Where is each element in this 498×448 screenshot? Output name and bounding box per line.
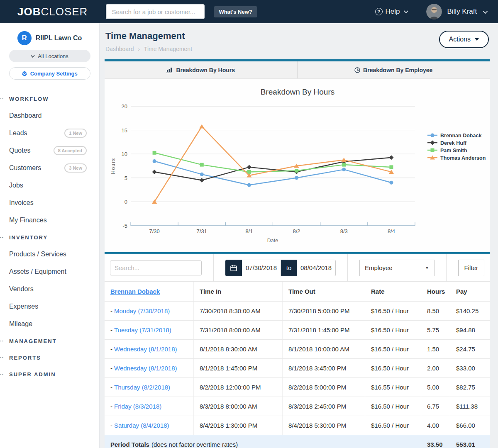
day-link[interactable]: Wednesday (8/1/2018)	[114, 346, 177, 353]
cell-pay: $33.00	[450, 359, 490, 377]
cell-rate: $16.50 / Hour	[365, 359, 421, 377]
filter-row: to Employee ▼ Filter	[105, 254, 490, 282]
sidebar-section-management[interactable]: ---MANAGEMENT	[0, 333, 99, 349]
column-header-hours: Hours	[421, 282, 450, 301]
sidebar-section-reports[interactable]: ---REPORTS	[0, 349, 99, 366]
sidebar-item-my-finances[interactable]: My Finances	[0, 212, 99, 229]
y-axis-label: Hours	[110, 158, 116, 174]
cell-day: -Tuesday (7/31/2018)	[105, 321, 194, 339]
cell-time-out: 7/31/2018 1:45:00 PM	[283, 321, 365, 339]
divider	[213, 254, 214, 282]
company-avatar: R	[17, 31, 32, 45]
table-search-input[interactable]	[110, 261, 202, 275]
sidebar-item-quotes[interactable]: Quotes8 Accepted	[0, 142, 99, 159]
sidebar-item-products-services[interactable]: Products / Services	[0, 246, 99, 263]
day-link[interactable]: Tuesday (7/31/2018)	[114, 326, 171, 334]
sidebar-item-label: Products / Services	[9, 251, 66, 258]
breadcrumb: Dashboard › Time Management	[105, 46, 489, 52]
cell-hours: 8.50	[421, 302, 450, 320]
company-settings-label: Company Settings	[30, 71, 78, 77]
chart-svg: Breakdown By Hours20151050-57/307/318/18…	[105, 79, 490, 252]
x-axis-label: Date	[267, 238, 278, 243]
sidebar-section-super-admin[interactable]: ---SUPER ADMIN	[0, 366, 99, 382]
sidebar-item-badge: 1 New	[64, 129, 87, 138]
cell-hours: 5.00	[421, 378, 450, 397]
user-avatar[interactable]	[426, 4, 442, 19]
employee-link[interactable]: Brennan Doback	[110, 288, 160, 295]
cell-time-in: 8/1/2018 8:30:00 AM	[194, 340, 283, 358]
sidebar-item-mileage[interactable]: Mileage	[0, 315, 99, 333]
legend-item-brennan-doback[interactable]: Brennan Doback	[427, 133, 481, 139]
date-from-input[interactable]	[242, 260, 281, 276]
sidebar-item-invoices[interactable]: Invoices	[0, 194, 99, 212]
logo-light: CLOSER	[41, 5, 88, 18]
cell-time-in: 8/3/2018 8:00:00 AM	[194, 397, 283, 416]
table-row: -Wednesday (8/1/2018)8/1/2018 1:45:00 PM…	[105, 359, 490, 378]
day-dash: -	[110, 307, 112, 314]
sidebar-item-badge: 3 New	[64, 163, 87, 173]
sidebar-item-jobs[interactable]: Jobs	[0, 177, 99, 194]
cell-time-out: 8/4/2018 5:30:00 PM	[283, 416, 365, 435]
sidebar-item-assets-equipment[interactable]: Assets / Equipment	[0, 263, 99, 280]
cell-rate: $16.50 / Hour	[365, 321, 421, 339]
legend-item-pam-smith[interactable]: Pam Smith	[427, 148, 467, 153]
cell-time-in: 7/31/2018 8:00:00 AM	[194, 321, 283, 339]
sidebar-section-inventory[interactable]: ---INVENTORY	[0, 229, 99, 246]
tab-breakdown-by-employee[interactable]: Breakdown By Employee	[297, 61, 490, 78]
day-link[interactable]: Wednesday (8/1/2018)	[114, 365, 177, 372]
locations-label: All Locations	[38, 53, 68, 59]
day-link[interactable]: Thursday (8/2/2018)	[114, 384, 170, 391]
table-row: -Friday (8/3/2018)8/3/2018 8:00:00 AM8/3…	[105, 397, 490, 416]
date-to-input[interactable]	[297, 260, 336, 276]
logo-bold: JOB	[17, 5, 41, 18]
actions-button[interactable]: Actions	[439, 31, 489, 48]
svg-text:7/31: 7/31	[197, 228, 207, 234]
tab-label: Breakdown By Hours	[176, 67, 235, 73]
cell-time-out: 8/1/2018 3:45:00 PM	[283, 359, 365, 377]
day-link[interactable]: Friday (8/3/2018)	[114, 403, 161, 410]
legend-item-derek-huff[interactable]: Derek Huff	[427, 140, 467, 146]
calendar-button[interactable]	[225, 260, 242, 276]
cell-time-in: 8/4/2018 1:30:00 PM	[194, 416, 283, 435]
day-link[interactable]: Monday (7/30/2018)	[114, 307, 170, 314]
whats-new-button[interactable]: What's New?	[214, 6, 257, 17]
section-dash-icon: ---	[0, 355, 4, 360]
sidebar-item-expenses[interactable]: Expenses	[0, 298, 99, 315]
cell-pay: $24.75	[450, 340, 490, 358]
table-row: -Thursday (8/2/2018)8/2/2018 12:00:00 PM…	[105, 378, 490, 397]
section-dash-icon: ---	[0, 338, 4, 344]
sidebar-item-label: Quotes	[9, 147, 31, 154]
sidebar-item-label: Mileage	[9, 320, 32, 328]
group-by-value: Employee	[365, 264, 393, 271]
svg-text:8/3: 8/3	[340, 228, 348, 234]
period-totals-hours: 33.50	[421, 435, 450, 448]
company-settings-button[interactable]: ⚙ Company Settings	[9, 67, 90, 80]
tab-breakdown-by-hours[interactable]: Breakdown By Hours	[105, 61, 297, 78]
sidebar-item-label: Dashboard	[9, 112, 42, 119]
svg-text:8/1: 8/1	[245, 228, 253, 234]
legend-item-thomas-anderson[interactable]: Thomas Anderson	[427, 155, 486, 161]
group-by-select[interactable]: Employee ▼	[359, 260, 435, 276]
sidebar-item-customers[interactable]: Customers3 New	[0, 159, 99, 177]
help-menu[interactable]: ? Help	[375, 7, 408, 16]
sidebar-item-leads[interactable]: Leads1 New	[0, 124, 99, 142]
day-dash: -	[110, 365, 112, 372]
filter-button[interactable]: Filter	[458, 260, 484, 276]
sidebar-item-dashboard[interactable]: Dashboard	[0, 107, 99, 124]
cell-hours: 4.00	[421, 416, 450, 435]
day-link[interactable]: Saturday (8/4/2018)	[114, 422, 169, 429]
divider	[347, 254, 348, 282]
sidebar-item-vendors[interactable]: Vendors	[0, 280, 99, 298]
series-line	[154, 127, 391, 202]
breadcrumb-dashboard[interactable]: Dashboard	[105, 46, 134, 52]
series-derek-huff	[152, 155, 394, 183]
sidebar-section-workflow[interactable]: ---WORKFLOW	[0, 90, 99, 107]
locations-dropdown[interactable]: All Locations	[9, 50, 90, 62]
table-row: -Tuesday (7/31/2018)7/31/2018 8:00:00 AM…	[105, 321, 490, 340]
user-menu[interactable]: Billy Kraft	[447, 7, 486, 16]
global-search-input[interactable]	[106, 4, 205, 19]
day-dash: -	[110, 422, 112, 429]
cell-pay: $66.00	[450, 416, 490, 435]
cell-day: -Thursday (8/2/2018)	[105, 378, 194, 397]
sidebar-item-label: Jobs	[9, 182, 23, 189]
